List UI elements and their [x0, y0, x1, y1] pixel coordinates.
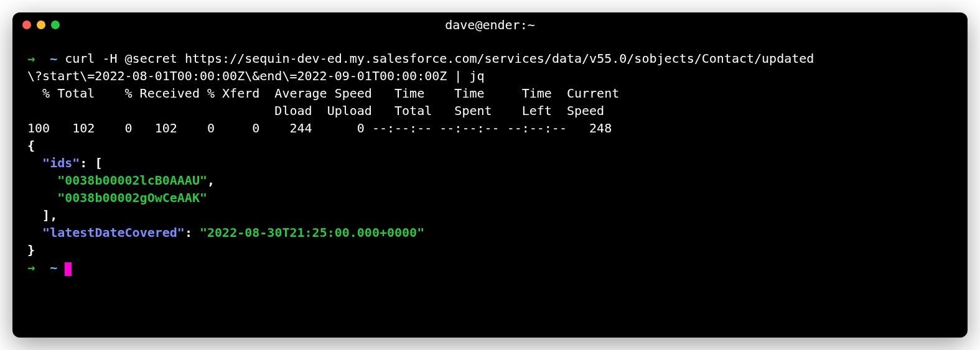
curl-stats: 100 102 0 102 0 0 244 0 --:--:-- --:--:-…	[27, 119, 953, 137]
json-ids-key: "ids"	[42, 155, 80, 170]
json-ids-open: : [	[80, 155, 102, 170]
prompt-tilde-2: ~	[50, 260, 57, 275]
traffic-lights	[22, 21, 60, 29]
command-line-2: \?start\=2022-08-01T00:00:00Z\&end\=2022…	[27, 67, 953, 85]
terminal-body[interactable]: → ~ curl -H @secret https://sequin-dev-e…	[12, 37, 968, 288]
close-button[interactable]	[22, 21, 31, 29]
json-comma-1: ,	[207, 173, 215, 188]
curl-header-1: % Total % Received % Xferd Average Speed…	[27, 85, 953, 102]
cursor	[65, 262, 72, 276]
json-id-1: "0038b00002lcB0AAAU"	[57, 173, 207, 188]
titlebar: dave@ender:~	[12, 12, 968, 37]
minimize-button[interactable]	[37, 21, 45, 29]
curl-header-2: Dload Upload Total Spent Left Speed	[27, 102, 953, 119]
json-open: {	[27, 137, 953, 154]
command-line-1: curl -H @secret https://sequin-dev-ed.my…	[65, 51, 814, 66]
json-ids-close: ],	[42, 208, 57, 223]
window-title: dave@ender:~	[445, 17, 535, 32]
terminal-window: dave@ender:~ → ~ curl -H @secret https:/…	[12, 12, 968, 338]
prompt-tilde: ~	[50, 51, 57, 66]
json-latest-colon: :	[185, 225, 200, 240]
prompt-arrow: →	[27, 51, 35, 66]
maximize-button[interactable]	[51, 21, 60, 29]
json-latest-key: "latestDateCovered"	[42, 225, 185, 240]
prompt-arrow-2: →	[27, 260, 35, 275]
json-latest-val: "2022-08-30T21:25:00.000+0000"	[200, 225, 424, 240]
json-id-2: "0038b00002gOwCeAAK"	[57, 190, 207, 205]
json-close: }	[27, 241, 953, 259]
